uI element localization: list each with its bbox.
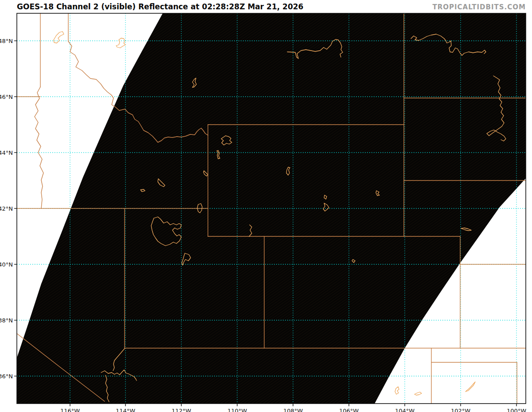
x-axis-label: 108°W — [283, 408, 303, 412]
y-axis-label: 44°N — [0, 149, 13, 156]
y-axis-label: 48°N — [0, 38, 13, 44]
x-axis-label: 106°W — [339, 408, 359, 412]
x-axis-label: 104°W — [395, 408, 415, 412]
y-axis-label: 40°N — [0, 261, 13, 268]
y-axis-label: 38°N — [0, 317, 13, 324]
y-axis-label: 42°N — [0, 205, 13, 212]
x-axis-label: 112°W — [172, 408, 191, 412]
y-axis-label: 46°N — [0, 94, 13, 100]
goes-satellite-map: 48°N46°N44°N42°N40°N38°N36°N116°W114°W11… — [0, 0, 532, 412]
x-axis-label: 102°W — [451, 408, 470, 412]
y-axis-label: 36°N — [0, 373, 13, 380]
x-axis-label: 110°W — [227, 408, 247, 412]
x-axis-label: 114°W — [116, 408, 135, 412]
x-axis-label: 116°W — [60, 408, 80, 412]
x-axis-label: 100°W — [507, 408, 526, 412]
goes-satellite-page: GOES-18 Channel 2 (visible) Reflectance … — [0, 0, 532, 412]
